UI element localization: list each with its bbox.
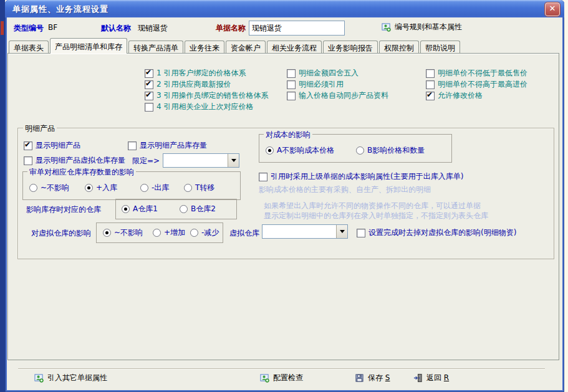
checkbox-clear-virtual-effect[interactable]: 设置完成时去掉对虚拟仓库的影响(明细物资) bbox=[357, 228, 516, 237]
tab-impact-report[interactable]: 业务影响报告 bbox=[323, 41, 378, 54]
radio-virtual-decrease[interactable]: -减少 bbox=[190, 228, 219, 237]
radio-circle[interactable] bbox=[180, 205, 188, 213]
checkbox-box[interactable] bbox=[24, 156, 32, 165]
detail-product-group-title: 明细产品 bbox=[23, 123, 57, 134]
dropdown-arrow-icon[interactable] bbox=[336, 225, 347, 238]
checkbox-box[interactable] bbox=[287, 92, 296, 100]
radio-transfer[interactable]: T转移 bbox=[184, 183, 214, 193]
checkbox-show-detail-product[interactable]: 显示明细产品 bbox=[24, 141, 80, 150]
checkbox-label: 明细单价不得低于最低售价 bbox=[438, 68, 527, 79]
radio-circle[interactable] bbox=[153, 229, 161, 237]
checkbox-box[interactable] bbox=[426, 69, 435, 78]
radio-no-effect[interactable]: ~不影响 bbox=[29, 183, 69, 193]
checkbox-use-customer-price[interactable]: 1 引用客户绑定的价格体系 bbox=[145, 69, 246, 78]
radio-circle[interactable] bbox=[266, 146, 274, 155]
radio-circle[interactable] bbox=[103, 229, 111, 237]
tab-related-process[interactable]: 相关业务流程 bbox=[267, 41, 322, 54]
dropdown-arrow-icon[interactable] bbox=[228, 154, 239, 167]
checkbox-label: 显示明细产品库存量 bbox=[140, 140, 207, 151]
virtual-warehouse-value bbox=[262, 225, 336, 238]
checkbox-sync-price-to-product[interactable]: 输入价格自动同步产品资料 bbox=[287, 91, 388, 100]
checkbox-label: 明细金额四舍五入 bbox=[299, 68, 359, 79]
cost-effect-title: 对成本的影响 bbox=[264, 130, 312, 140]
tab-help[interactable]: 帮助说明 bbox=[420, 41, 460, 54]
radio-warehouse-a[interactable]: A仓库1 bbox=[122, 204, 158, 214]
checkbox-label: 4 引用相关企业上次对应价格 bbox=[156, 102, 253, 112]
dialog-window: 单据属性、业务流程设置 ✕ 类型编号 BF 默认名称 现销退货 单据名称 编号规… bbox=[5, 0, 564, 392]
radio-circle[interactable] bbox=[122, 205, 130, 213]
tab-product-detail-stock[interactable]: 产品明细清单和库存 bbox=[50, 38, 127, 54]
tab-strip: 单据表头 产品明细清单和库存 转换产品清单 业务往来 资金帐户 相关业务流程 业… bbox=[9, 38, 461, 54]
tab-convert-product-list[interactable]: 转换产品清单 bbox=[128, 41, 183, 54]
radio-cost-no-effect[interactable]: A不影响成本价格 bbox=[266, 146, 334, 155]
radio-circle[interactable] bbox=[140, 184, 148, 192]
tab-fund-account[interactable]: 资金帐户 bbox=[226, 41, 266, 54]
background-window-strip bbox=[0, 0, 5, 392]
footer-divider bbox=[18, 368, 545, 369]
tab-doc-header[interactable]: 单据表头 bbox=[9, 41, 49, 54]
checkbox-box[interactable] bbox=[357, 229, 365, 237]
radio-cost-affect-price-qty[interactable]: B影响价格和数量 bbox=[356, 146, 425, 155]
radio-circle[interactable] bbox=[356, 146, 364, 155]
exit-door-icon bbox=[413, 373, 423, 383]
radio-warehouse-b[interactable]: B仓库2 bbox=[180, 204, 216, 214]
tab-business-contacts[interactable]: 业务往来 bbox=[185, 41, 224, 54]
numbering-rules-label: 编号规则和基本属性 bbox=[395, 22, 462, 32]
radio-stock-in[interactable]: +入库 bbox=[85, 183, 117, 193]
checkbox-show-detail-stock[interactable]: 显示明细产品库存量 bbox=[128, 141, 207, 150]
checkbox-box[interactable] bbox=[128, 141, 137, 150]
return-button[interactable]: 返回 R bbox=[413, 373, 449, 383]
checkbox-box[interactable] bbox=[287, 80, 296, 89]
doc-name-input[interactable] bbox=[249, 21, 345, 36]
radio-label: ~不影响 bbox=[41, 183, 69, 193]
virtual-effect-radio-group: ~不影响 +增加 -减少 bbox=[96, 222, 223, 243]
doc-name-label: 单据名称 bbox=[216, 23, 246, 34]
checkbox-box[interactable] bbox=[145, 69, 153, 78]
checkbox-box[interactable] bbox=[287, 69, 296, 78]
checkbox-use-supplier-quote[interactable]: 2 引用供应商最新报价 bbox=[145, 80, 231, 89]
save-label: 保存 S bbox=[368, 373, 390, 383]
config-check-button[interactable]: 配置检查 bbox=[260, 373, 303, 383]
checkbox-inherit-cost-attr[interactable]: 引用时采用上级单据的成本影响属性(主要用于出库入库单) bbox=[259, 172, 463, 181]
checkbox-use-last-related-price[interactable]: 4 引用相关企业上次对应价格 bbox=[145, 102, 253, 112]
cost-effect-group: 对成本的影响 A不影响成本价格 B影响价格和数量 bbox=[259, 134, 452, 163]
radio-circle[interactable] bbox=[29, 184, 37, 192]
checkbox-max-purchase-price[interactable]: 明细单价不得高于最高进价 bbox=[426, 80, 527, 89]
import-attributes-button[interactable]: 引入其它单据属性 bbox=[34, 373, 107, 383]
type-no-label: 类型编号 bbox=[14, 23, 44, 34]
checkbox-show-virtual-stock[interactable]: 显示明细产品虚拟仓库存量 bbox=[24, 156, 125, 165]
checkbox-box[interactable] bbox=[426, 92, 435, 100]
import-attributes-label: 引入其它单据属性 bbox=[47, 373, 107, 383]
checkbox-min-sale-price[interactable]: 明细单价不得低于最低售价 bbox=[426, 69, 527, 78]
dialog-client-area: 类型编号 BF 默认名称 现销退货 单据名称 编号规则和基本属性 单据表头 产品… bbox=[7, 17, 562, 390]
default-name-label: 默认名称 bbox=[101, 23, 131, 34]
checkbox-box[interactable] bbox=[426, 80, 435, 89]
save-button[interactable]: 保存 S bbox=[355, 373, 390, 383]
checkbox-box[interactable] bbox=[145, 103, 153, 112]
close-icon[interactable]: ✕ bbox=[545, 2, 560, 16]
checkbox-box[interactable] bbox=[145, 92, 153, 100]
radio-circle[interactable] bbox=[184, 184, 192, 192]
checkbox-detail-must-quote[interactable]: 明细必须引用 bbox=[287, 80, 344, 89]
limit-combobox[interactable] bbox=[163, 153, 239, 168]
warehouse-radio-group: A仓库1 B仓库2 bbox=[115, 199, 237, 219]
title-bar[interactable]: 单据属性、业务流程设置 ✕ bbox=[5, 0, 564, 17]
radio-virtual-no-effect[interactable]: ~不影响 bbox=[103, 228, 143, 237]
checkbox-box[interactable] bbox=[259, 173, 267, 181]
numbering-rules-button[interactable]: 编号规则和基本属性 bbox=[382, 22, 462, 32]
save-floppy-icon bbox=[355, 373, 364, 383]
checkbox-use-operator-price[interactable]: 3 引用操作员绑定的销售价格体系 bbox=[145, 91, 268, 100]
warehouse-row-label: 影响库存时对应的仓库 bbox=[26, 204, 101, 215]
radio-virtual-increase[interactable]: +增加 bbox=[153, 228, 185, 237]
virtual-warehouse-combobox[interactable] bbox=[262, 224, 348, 239]
radio-label: A仓库1 bbox=[133, 204, 158, 214]
radio-circle[interactable] bbox=[85, 184, 93, 192]
checkbox-box[interactable] bbox=[145, 80, 153, 89]
radio-stock-out[interactable]: -出库 bbox=[140, 183, 169, 193]
checkbox-allow-modify-price[interactable]: 允许修改价格 bbox=[426, 91, 483, 100]
checkbox-label: 显示明细产品虚拟仓库存量 bbox=[36, 155, 125, 166]
checkbox-round-amount[interactable]: 明细金额四舍五入 bbox=[287, 69, 359, 78]
radio-circle[interactable] bbox=[190, 229, 198, 237]
checkbox-box[interactable] bbox=[24, 141, 32, 150]
tab-permission[interactable]: 权限控制 bbox=[379, 41, 419, 54]
